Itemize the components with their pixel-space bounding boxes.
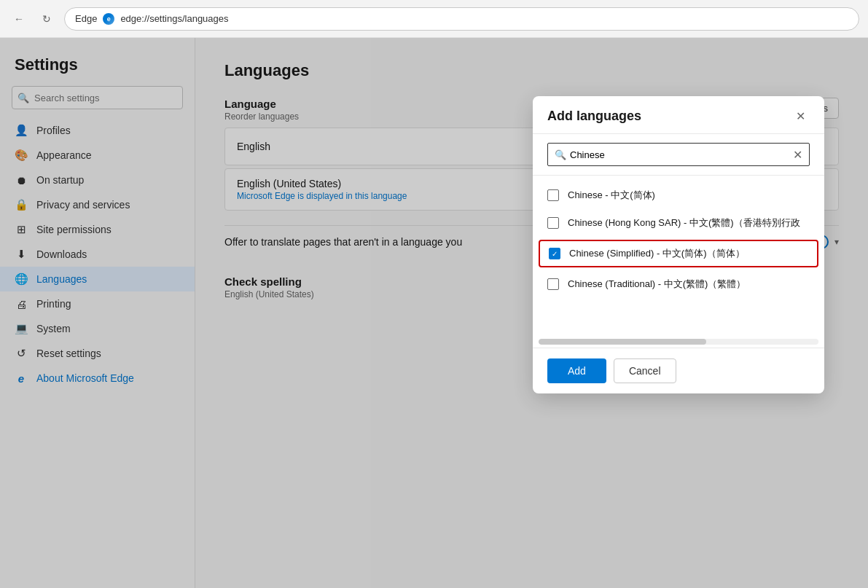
modal-scrollbar-area — [533, 336, 824, 348]
back-button[interactable]: ← — [9, 9, 29, 29]
modal-overlay: Add languages ✕ 🔍 ✕ Chinese - 中文(简体) Chi… — [0, 38, 868, 588]
modal-search-icon: 🔍 — [555, 149, 566, 160]
modal-search-area: 🔍 ✕ — [533, 134, 824, 176]
lang-option-text: Chinese - 中文(简体) — [568, 189, 655, 202]
checkbox-chinese-hk[interactable] — [547, 217, 559, 229]
scrollbar-thumb — [539, 339, 706, 345]
checkbox-chinese-simplified-zh[interactable] — [547, 189, 559, 201]
modal-close-button[interactable]: ✕ — [791, 108, 810, 125]
checkbox-chinese-simplified[interactable]: ✓ — [549, 248, 560, 259]
modal-search-input[interactable] — [547, 143, 810, 166]
edge-logo-icon: e — [103, 13, 114, 25]
modal-title: Add languages — [547, 109, 641, 124]
lang-option-text: Chinese (Hong Kong SAR) - 中文(繁體)（香港特別行政 — [568, 216, 800, 230]
modal-footer: Add Cancel — [533, 348, 824, 393]
list-item[interactable]: Chinese (Traditional) - 中文(繁體)（繁體） — [533, 270, 824, 298]
list-item[interactable]: Chinese (Hong Kong SAR) - 中文(繁體)（香港特別行政 — [533, 209, 824, 237]
add-button[interactable]: Add — [547, 358, 606, 383]
cancel-button[interactable]: Cancel — [614, 358, 676, 383]
modal-language-list: Chinese - 中文(简体) Chinese (Hong Kong SAR)… — [533, 176, 824, 336]
browser-label: Edge — [75, 13, 97, 24]
scrollbar-track[interactable] — [539, 339, 818, 345]
address-bar[interactable]: Edge e edge://settings/languages — [64, 7, 859, 31]
add-languages-modal: Add languages ✕ 🔍 ✕ Chinese - 中文(简体) Chi… — [533, 96, 824, 393]
address-text: edge://settings/languages — [120, 13, 228, 24]
refresh-button[interactable]: ↻ — [36, 9, 57, 29]
modal-header: Add languages ✕ — [533, 96, 824, 134]
checkbox-chinese-traditional[interactable] — [547, 278, 559, 290]
lang-option-text: Chinese (Traditional) - 中文(繁體)（繁體） — [568, 278, 746, 291]
browser-chrome: ← ↻ Edge e edge://settings/languages — [0, 0, 868, 38]
modal-search-clear-button[interactable]: ✕ — [793, 148, 802, 162]
list-item[interactable]: Chinese - 中文(简体) — [533, 181, 824, 209]
lang-option-text-highlighted: Chinese (Simplified) - 中文(简体)（简体） — [569, 247, 745, 260]
list-item-highlighted[interactable]: ✓ Chinese (Simplified) - 中文(简体)（简体） — [539, 240, 818, 267]
